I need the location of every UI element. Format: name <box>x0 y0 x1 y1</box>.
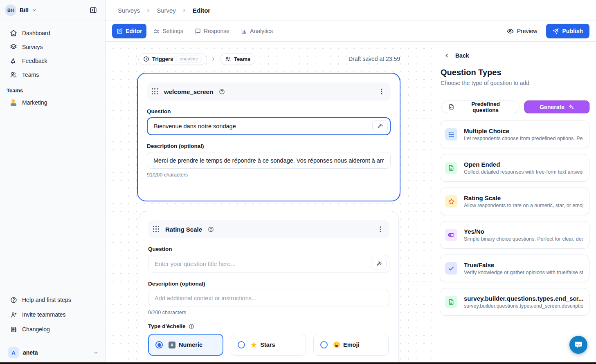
teams-chip-label: Teams <box>234 56 250 62</box>
sidebar-item-feedback[interactable]: Feedback <box>0 54 105 68</box>
sidebar-item-surveys[interactable]: Surveys <box>0 40 105 54</box>
star-icon <box>445 195 457 208</box>
chevron-right-icon <box>211 56 216 62</box>
sidebar-item-team-marketing[interactable]: Marketing <box>0 96 105 109</box>
users-icon <box>225 56 231 62</box>
draft-status: Draft saved at 23:59 <box>349 56 400 62</box>
user-plus-icon <box>10 311 17 318</box>
sidebar-nav: Dashboard Surveys Feedback Teams <box>0 20 105 82</box>
chat-launcher-button[interactable] <box>569 336 587 354</box>
chevron-left-icon <box>444 53 450 58</box>
char-count: 91/200 characters <box>147 172 391 178</box>
panel-subtitle: Choose the type of question to add <box>440 80 589 86</box>
sidebar-footer: Help and first steps Invite teammates Ch… <box>0 289 105 362</box>
workspace-name: Bill <box>20 7 29 13</box>
toggle-icon <box>445 229 457 241</box>
question-type-title: Rating Scale <box>464 194 583 201</box>
tab-response[interactable]: Response <box>190 24 234 38</box>
divider <box>433 93 596 93</box>
question-type-description: Simple binary choice questions. Perfect … <box>464 236 583 242</box>
sidebar-item-changelog[interactable]: Changelog <box>0 322 105 337</box>
question-card-title: welcome_screen <box>164 88 213 95</box>
tab-label: Settings <box>162 28 183 34</box>
question-field-label: Question <box>148 246 389 252</box>
tab-analytics[interactable]: Analytics <box>236 24 277 38</box>
teams-chip[interactable]: Teams <box>220 53 255 65</box>
sidebar-item-teams[interactable]: Teams <box>0 68 105 82</box>
question-title-input[interactable] <box>147 117 391 135</box>
tab-settings[interactable]: Settings <box>149 24 188 38</box>
breadcrumb-surveys[interactable]: Surveys <box>112 7 146 14</box>
magic-wand-icon[interactable] <box>372 120 388 132</box>
drag-handle-icon[interactable] <box>152 88 158 95</box>
tab-label: Response <box>204 28 229 34</box>
question-type-end-screen[interactable]: survey.builder.questions.types.end_scr..… <box>440 288 589 316</box>
kebab-menu-icon[interactable]: ⋮ <box>378 88 385 95</box>
scale-type-label: Type d'échelle <box>148 323 389 329</box>
newspaper-icon <box>10 326 17 333</box>
char-count: 0/200 characters <box>148 310 389 315</box>
question-type-yes-no[interactable]: Yes/No Simple binary choice questions. P… <box>440 221 589 249</box>
question-type-rating-scale[interactable]: Rating Scale Allow respondents to rate o… <box>440 188 589 215</box>
sidebar-item-dashboard[interactable]: Dashboard <box>0 26 105 40</box>
question-description-input[interactable] <box>148 290 389 306</box>
question-card-welcome-screen[interactable]: welcome_screen ⋮ Question Description (o… <box>137 73 400 201</box>
help-circle-icon[interactable] <box>219 89 225 95</box>
kebab-menu-icon[interactable]: ⋮ <box>377 226 384 232</box>
scale-option-emoji[interactable]: Emoji <box>313 334 389 356</box>
question-card-rating-scale[interactable]: Rating Scale ⋮ Question Description (opt… <box>139 211 399 364</box>
question-type-true-false[interactable]: True/False Verify knowledge or gather op… <box>440 255 589 282</box>
chevron-down-icon <box>93 350 99 355</box>
message-icon <box>195 28 201 34</box>
generate-label: Generate <box>540 104 565 110</box>
generate-button[interactable]: Generate <box>524 100 589 113</box>
sidebar-item-help[interactable]: Help and first steps <box>0 293 105 307</box>
footer-item-label: Help and first steps <box>22 297 71 303</box>
question-description-input[interactable] <box>147 152 391 169</box>
publish-button[interactable]: Publish <box>546 24 589 38</box>
scale-option-numeric[interactable]: # Numeric <box>148 334 223 356</box>
question-title-input[interactable] <box>148 255 389 273</box>
scale-type-options: # Numeric ★ Stars Emoji <box>148 334 389 356</box>
workspace-avatar: BH <box>5 4 16 16</box>
eye-icon <box>507 28 514 35</box>
question-type-title: True/False <box>464 261 583 268</box>
magic-wand-icon[interactable] <box>371 258 387 270</box>
account-menu[interactable]: A aneta <box>0 344 105 362</box>
divider <box>0 289 105 289</box>
drag-handle-icon[interactable] <box>153 226 160 232</box>
question-type-list: Multiple Choice Let respondents choose f… <box>440 121 589 316</box>
sidebar-collapse-icon[interactable] <box>86 3 100 17</box>
chevron-down-icon <box>32 8 37 13</box>
canvas-header-row: Triggers one-time Teams Draft saved at 2… <box>138 53 400 65</box>
panel-actions: Predefined questions Generate <box>441 100 589 113</box>
workspace-switcher[interactable]: BH Bill <box>0 0 105 20</box>
question-card-header: welcome_screen ⋮ <box>147 83 391 100</box>
question-type-description: survey.builder.questions.types.end_scree… <box>464 303 583 309</box>
triggers-chip[interactable]: Triggers one-time <box>138 53 207 65</box>
predefined-label: Predefined questions <box>459 101 513 113</box>
tab-editor[interactable]: Editor <box>112 24 146 38</box>
sidebar-item-label: Dashboard <box>22 30 50 36</box>
question-type-title: Yes/No <box>464 228 583 235</box>
question-type-multiple-choice[interactable]: Multiple Choice Let respondents choose f… <box>440 121 589 148</box>
predefined-questions-button[interactable]: Predefined questions <box>441 100 520 113</box>
sparkles-icon <box>568 104 574 110</box>
breadcrumb-survey[interactable]: Survey <box>151 7 182 14</box>
help-circle-icon[interactable] <box>208 226 214 232</box>
question-type-open-ended[interactable]: Open Ended Collect detailed responses wi… <box>440 154 589 182</box>
check-icon <box>445 262 457 275</box>
question-card-header: Rating Scale ⋮ <box>148 220 389 238</box>
scale-option-label: Numeric <box>179 342 202 348</box>
sidebar-item-label: Teams <box>22 71 39 78</box>
sidebar-item-invite[interactable]: Invite teammates <box>0 307 105 322</box>
preview-button[interactable]: Preview <box>504 28 541 35</box>
info-icon[interactable] <box>189 324 194 329</box>
triggers-label: Triggers <box>152 56 173 62</box>
scale-option-stars[interactable]: ★ Stars <box>231 334 306 356</box>
back-button[interactable]: Back <box>440 49 589 59</box>
footer-item-label: Invite teammates <box>22 311 66 318</box>
star-emoji-icon: ★ <box>251 342 257 348</box>
bottom-window-edge <box>0 362 596 364</box>
question-type-description: Verify knowledge or gather opinions with… <box>464 270 583 275</box>
